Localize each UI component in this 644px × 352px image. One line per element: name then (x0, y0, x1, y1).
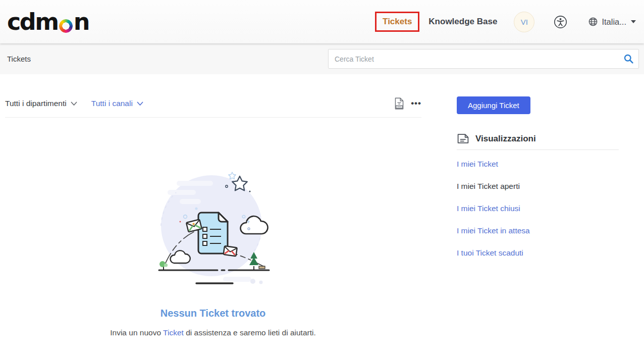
logo-text-n: n (74, 10, 89, 33)
header-nav: Tickets Knowledge Base VI (375, 12, 636, 32)
list-item: I miei Ticket aperti (457, 175, 619, 197)
list-item: I miei Ticket chiusi (457, 197, 619, 220)
ellipsis-icon: ••• (411, 98, 421, 109)
departments-filter-dropdown[interactable]: Tutti i dipartimenti (5, 99, 77, 108)
views-header: Visualizzazioni (457, 132, 619, 145)
csv-document-icon (395, 97, 404, 110)
chevron-down-icon (71, 102, 77, 106)
list-item: I tuoi Ticket scaduti (457, 242, 619, 264)
list-item: I miei Ticket (457, 153, 619, 175)
filter-row: Tutti i dipartimenti Tutti i canali (5, 97, 421, 110)
search-input[interactable] (329, 55, 618, 63)
empty-state-illustration (150, 169, 276, 289)
breadcrumb: Tickets (7, 43, 31, 74)
accessibility-button[interactable] (554, 15, 567, 29)
helpdesk-portal: cdm n Tickets Knowledge Base VI (0, 0, 644, 352)
cdmon-logo[interactable]: cdm n (7, 10, 89, 33)
departments-filter-label: Tutti i dipartimenti (5, 99, 67, 108)
logo-rainbow-o-icon (59, 19, 73, 33)
search-button[interactable] (618, 49, 638, 68)
subheader-bar: Tickets (0, 43, 644, 74)
globe-icon (588, 17, 598, 27)
top-header: cdm n Tickets Knowledge Base VI (0, 0, 644, 43)
view-my-closed-tickets[interactable]: I miei Ticket chiusi (457, 204, 520, 213)
view-my-waiting-tickets[interactable]: I miei Ticket in attesa (457, 226, 530, 235)
nav-item-tickets[interactable]: Tickets (383, 17, 412, 26)
accessibility-icon (554, 15, 567, 29)
divider (5, 117, 421, 118)
view-your-expired-tickets[interactable]: I tuoi Ticket scaduti (457, 248, 523, 258)
user-avatar[interactable]: VI (514, 12, 534, 32)
caret-down-icon (631, 20, 636, 23)
view-my-tickets[interactable]: I miei Ticket (457, 160, 498, 169)
empty-state-message: Invia un nuovo Ticket di assistenza e sa… (0, 328, 426, 337)
ticket-search-box (328, 49, 639, 69)
add-ticket-button[interactable]: Aggiungi Ticket (457, 96, 530, 114)
main-content: Tutti i dipartimenti Tutti i canali (0, 74, 644, 352)
channels-filter-dropdown[interactable]: Tutti i canali (91, 99, 143, 108)
language-selector[interactable]: Italia... (588, 17, 636, 27)
chevron-down-icon (137, 102, 143, 106)
view-my-open-tickets[interactable]: I miei Ticket aperti (457, 182, 520, 191)
views-title: Visualizzazioni (475, 134, 536, 144)
more-options-button[interactable]: ••• (411, 98, 421, 109)
message-suffix: di assistenza e saremo lieti di aiutarti… (184, 328, 316, 337)
list-item: I miei Ticket in attesa (457, 220, 619, 242)
empty-state-title: Nessun Ticket trovato (0, 308, 426, 319)
search-icon (623, 54, 634, 64)
right-sidebar: Aggiungi Ticket Visualizzazioni I miei T… (457, 96, 619, 264)
highlight-annotation-box: Tickets (375, 12, 419, 32)
language-label: Italia... (602, 17, 626, 27)
filter-actions: ••• (395, 97, 421, 110)
nav-item-knowledge-base[interactable]: Knowledge Base (428, 17, 497, 27)
new-ticket-link[interactable]: Ticket (163, 328, 184, 337)
channels-filter-label: Tutti i canali (91, 99, 133, 108)
export-csv-button[interactable] (395, 97, 404, 110)
document-lines-icon (457, 132, 469, 145)
logo-text-cdm: cdm (7, 10, 58, 33)
avatar-initials: VI (521, 18, 528, 26)
message-prefix: Invia un nuovo (110, 328, 163, 337)
views-list: I miei Ticket I miei Ticket aperti I mie… (457, 150, 619, 264)
